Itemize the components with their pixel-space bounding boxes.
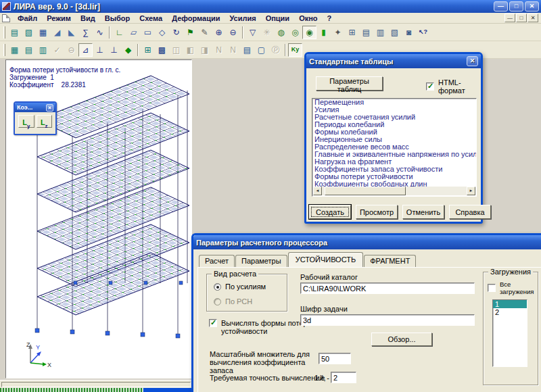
- epure-n-icon[interactable]: ◨: [197, 43, 212, 57]
- menu-item-8[interactable]: Опции: [261, 14, 295, 23]
- pier-icon[interactable]: ⊥: [93, 43, 107, 57]
- view-iso-icon[interactable]: ◇: [155, 26, 169, 39]
- by-forces-radio[interactable]: [214, 283, 221, 291]
- mdi-document-icon[interactable]: [2, 14, 10, 22]
- menu-item-1[interactable]: Файл: [13, 14, 42, 23]
- marker-icon[interactable]: ▮: [316, 26, 331, 39]
- work-dir-input[interactable]: [300, 283, 475, 294]
- preview-button[interactable]: Просмотр: [356, 205, 398, 219]
- globe-zoom-icon[interactable]: ◎: [288, 26, 302, 39]
- menu-item-9[interactable]: Окно: [294, 14, 322, 23]
- menu-item-4[interactable]: Выбор: [100, 14, 135, 23]
- tab-raschet[interactable]: Расчет: [199, 255, 235, 267]
- mosaic-icon[interactable]: ▩: [155, 43, 169, 57]
- html-format-checkbox[interactable]: [426, 82, 434, 91]
- close-button[interactable]: ✕: [525, 1, 539, 11]
- menu-item-2[interactable]: Режим: [42, 14, 76, 23]
- pencil-icon[interactable]: ✎: [197, 26, 212, 39]
- book-icon[interactable]: ▧: [387, 26, 402, 39]
- grid-slabs-icon[interactable]: ▥: [36, 43, 50, 57]
- scroll-left-icon[interactable]: ◄: [313, 187, 322, 195]
- view-xy-icon[interactable]: ▭: [141, 26, 155, 39]
- mosaic-n-icon[interactable]: N: [212, 43, 226, 57]
- ly-button[interactable]: Ly: [18, 115, 34, 128]
- tables-dialog-titlebar[interactable]: Стандартные таблицы ✕: [306, 54, 481, 68]
- context-help-icon[interactable]: ↖?: [416, 26, 430, 39]
- notebook-icon[interactable]: ▤: [359, 26, 373, 39]
- confirm-icon[interactable]: ✓: [50, 43, 64, 57]
- tab-fragment[interactable]: ФРАГМЕНТ: [364, 255, 416, 267]
- epure-q-icon[interactable]: ◧: [183, 43, 197, 57]
- camera-icon[interactable]: ◙: [402, 26, 416, 39]
- tables-dialog-close-icon[interactable]: ✕: [467, 56, 478, 66]
- model-viewport[interactable]: Форма потери устойчивости в гл. с.Загруж…: [5, 59, 192, 378]
- menu-item-6[interactable]: Деформации: [167, 14, 225, 23]
- table-grid-icon[interactable]: ⊞: [141, 43, 155, 57]
- doc-blank-icon[interactable]: ▢: [254, 43, 268, 57]
- browse-button[interactable]: Обзор...: [371, 333, 432, 346]
- flags-icon[interactable]: ⚑: [183, 26, 197, 39]
- compute-forms-checkbox[interactable]: [209, 319, 217, 327]
- table-params-button[interactable]: Параметры таблиц: [316, 76, 383, 91]
- p-circle-icon[interactable]: Ⓟ: [268, 43, 283, 57]
- create-button[interactable]: Создать: [309, 205, 351, 219]
- open-scheme-icon[interactable]: ▧: [22, 26, 36, 39]
- mdi-restore-button[interactable]: □: [516, 14, 527, 22]
- globe-full-icon[interactable]: ◉: [302, 26, 316, 39]
- menu-item-7[interactable]: Усилия: [225, 14, 260, 23]
- menu-item-10[interactable]: ?: [323, 14, 337, 23]
- printer-icon[interactable]: ⊞: [345, 26, 359, 39]
- axes-view-icon[interactable]: ∟: [112, 26, 126, 39]
- iso-n-icon[interactable]: N: [226, 43, 240, 57]
- zoom-in-icon[interactable]: ⊕: [212, 26, 226, 39]
- erase-icon[interactable]: ⊖: [64, 43, 78, 57]
- help-button[interactable]: Справка: [449, 205, 491, 219]
- task-code-input[interactable]: [300, 314, 475, 326]
- pier-base-icon[interactable]: ⊥: [107, 43, 121, 57]
- rotate-icon[interactable]: ↻: [169, 26, 183, 39]
- flashlight-icon[interactable]: ✦: [331, 26, 345, 39]
- globe-pan-icon[interactable]: ◍: [274, 26, 288, 39]
- by-rsn-radio[interactable]: [214, 298, 221, 305]
- filter-icon[interactable]: ▽: [245, 26, 260, 39]
- cancel-button[interactable]: Отменить: [402, 205, 444, 219]
- tables-list[interactable]: ПеремещенияУсилияРасчетные сочетания уси…: [312, 98, 477, 197]
- scroll-thumb[interactable]: [325, 187, 406, 195]
- precision-input[interactable]: [331, 372, 356, 383]
- tab-parametry[interactable]: Параметры: [235, 255, 287, 267]
- loadings-list[interactable]: 12: [492, 299, 527, 367]
- zoom-out-icon[interactable]: ⊖: [226, 26, 240, 39]
- ky-coefficient-icon[interactable]: Ky: [288, 43, 302, 57]
- tab-ustoychivost[interactable]: УСТОЙЧИВОСТЬ: [288, 252, 364, 267]
- toolbar-gripper[interactable]: [3, 26, 5, 39]
- mode-n-icon[interactable]: ∿: [93, 26, 107, 39]
- minimize-button[interactable]: —: [494, 1, 508, 11]
- wizard-ramp-icon[interactable]: ◣: [64, 26, 78, 39]
- report-icon[interactable]: ▥: [373, 26, 387, 39]
- doc-values-icon[interactable]: ▤: [240, 43, 254, 57]
- loading-item-1[interactable]: 1: [493, 300, 527, 308]
- epure-m-icon[interactable]: ◫: [169, 43, 183, 57]
- coefficient-window-close-icon[interactable]: ✕: [46, 104, 53, 112]
- view-xz-icon[interactable]: ▱: [126, 26, 141, 39]
- solver-dialog-titlebar[interactable]: Параметры расчетного процессора: [193, 235, 541, 249]
- save-scheme-icon[interactable]: ▦: [36, 26, 50, 39]
- scroll-right-icon[interactable]: ►: [467, 187, 475, 195]
- burst-icon[interactable]: ✳: [260, 26, 274, 39]
- tables-list-hscrollbar[interactable]: ◄ ►: [313, 187, 475, 195]
- wizard-frame-icon[interactable]: ◢: [50, 26, 64, 39]
- grid-beams-icon[interactable]: ▤: [22, 43, 36, 57]
- coefficient-window-titlebar[interactable]: Коэ... ✕: [15, 103, 55, 112]
- menu-item-5[interactable]: Схема: [135, 14, 167, 23]
- toolbar-gripper[interactable]: [3, 44, 5, 56]
- mdi-minimize-button[interactable]: —: [504, 14, 515, 22]
- all-loadings-checkbox[interactable]: [488, 284, 496, 292]
- sum-schemes-icon[interactable]: ∑: [78, 26, 93, 39]
- restore-button[interactable]: □: [509, 1, 523, 11]
- menu-item-3[interactable]: Вид: [76, 14, 100, 23]
- lz-button[interactable]: Lz: [37, 115, 53, 128]
- mdi-close-button[interactable]: ✕: [527, 14, 538, 22]
- copy-scheme-icon[interactable]: ▤: [7, 26, 22, 39]
- loading-item-2[interactable]: 2: [493, 308, 527, 316]
- scale-factor-input[interactable]: [319, 353, 351, 364]
